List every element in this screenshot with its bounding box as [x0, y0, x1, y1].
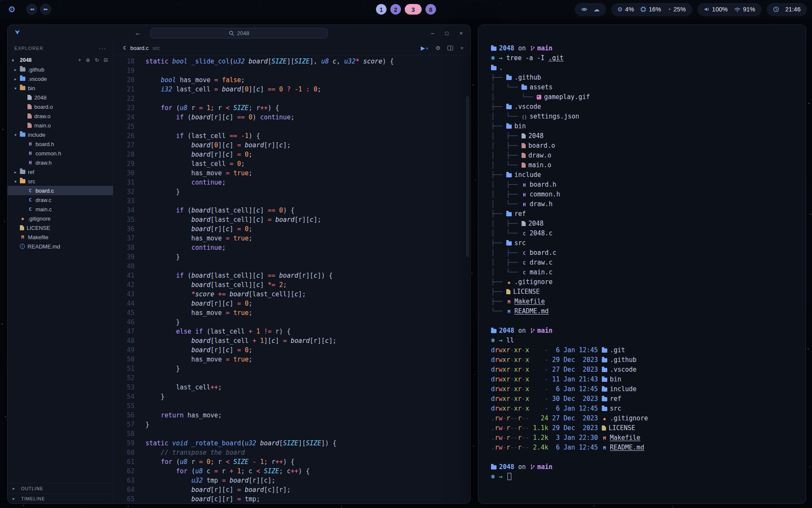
- command-line-1[interactable]: ❄ → ll: [491, 336, 799, 345]
- code-line-51[interactable]: 51 }: [113, 364, 470, 373]
- code-line-20[interactable]: 20 bool has_move = false;: [113, 75, 470, 85]
- explorer-item-bin[interactable]: ▾bin: [8, 83, 113, 93]
- explorer-item-common.h[interactable]: Hcommon.h: [8, 149, 113, 158]
- terminal-cursor[interactable]: [508, 473, 511, 480]
- launcher-button[interactable]: ⚙: [5, 3, 19, 16]
- media-next-button[interactable]: ▶▶: [40, 4, 51, 15]
- code-line-63[interactable]: 63 u32 tmp = board[r][c];: [113, 476, 470, 485]
- workspace-2[interactable]: 2: [390, 4, 401, 15]
- maximize-button[interactable]: □: [445, 30, 449, 36]
- explorer-item-include[interactable]: ▾include: [8, 130, 113, 139]
- code-line-29[interactable]: 29 last_cell = 0;: [113, 159, 470, 168]
- refresh-explorer-button[interactable]: ↻: [95, 57, 99, 63]
- code-line-46[interactable]: 46 }: [113, 318, 470, 327]
- code-line-38[interactable]: 38 continue;: [113, 243, 470, 252]
- code-line-53[interactable]: 53 last_cell++;: [113, 383, 470, 392]
- explorer-item-board.o[interactable]: board.o: [8, 102, 113, 111]
- new-folder-button[interactable]: ⊕: [86, 57, 90, 63]
- code-line-59[interactable]: 59static void _rotate_board(u32 board[SI…: [113, 439, 470, 448]
- code-line-41[interactable]: 41 if (board[last_cell][c] == board[r][c…: [113, 271, 470, 280]
- clock-widget[interactable]: 21:46: [767, 3, 807, 16]
- code-line-21[interactable]: 21 i32 last_cell = board[0][c] == 0 ? -1…: [113, 85, 470, 94]
- code-line-48[interactable]: 48 board[last_cell + 1][c] = board[r][c]…: [113, 336, 470, 345]
- terminal-body[interactable]: 2048 on main❄ → tree -a -I .git.├── .git…: [491, 44, 799, 482]
- explorer-item-README.md[interactable]: iREADME.md: [8, 242, 113, 251]
- code-line-60[interactable]: 60 // transpose the board: [113, 448, 470, 457]
- audio-network-widget[interactable]: 100% 91%: [697, 3, 762, 16]
- close-button[interactable]: ×: [459, 30, 463, 36]
- editor-scrollbar[interactable]: [466, 96, 469, 257]
- command-line-0[interactable]: ❄ → tree -a -I .git: [491, 53, 799, 63]
- explorer-root-folder[interactable]: ▾ 2048 + ⊕ ↻ ⊟: [8, 55, 113, 65]
- code-line-24[interactable]: 24 if (board[r][c] == 0) continue;: [113, 113, 470, 122]
- terminal-window[interactable]: 2048 on main❄ → tree -a -I .git.├── .git…: [478, 25, 806, 504]
- explorer-item-main.o[interactable]: main.o: [8, 121, 113, 130]
- code-line-57[interactable]: 57}: [113, 420, 470, 429]
- explorer-item-draw.c[interactable]: Cdraw.c: [8, 195, 113, 204]
- code-line-31[interactable]: 31 continue;: [113, 178, 470, 187]
- code-line-55[interactable]: 55: [113, 401, 470, 411]
- code-line-19[interactable]: 19: [113, 66, 470, 75]
- code-line-43[interactable]: 43 *score += board[last_cell][c];: [113, 290, 470, 299]
- explorer-item-Makefile[interactable]: MMakefile: [8, 232, 113, 242]
- editor-settings-button[interactable]: ⚙: [436, 45, 441, 51]
- code-line-45[interactable]: 45 has_move = true;: [113, 308, 470, 318]
- code-line-32[interactable]: 32 }: [113, 187, 470, 196]
- explorer-item-board.c[interactable]: Cboard.c: [8, 186, 113, 195]
- code-line-54[interactable]: 54 }: [113, 392, 470, 401]
- code-line-28[interactable]: 28 board[r][c] = 0;: [113, 150, 470, 159]
- code-line-58[interactable]: 58: [113, 429, 470, 439]
- code-line-61[interactable]: 61 for (u8 r = 0; r < SIZE - 1; r++) {: [113, 457, 470, 467]
- code-line-50[interactable]: 50 has_move = true;: [113, 355, 470, 364]
- code-line-33[interactable]: 33: [113, 196, 470, 206]
- code-line-64[interactable]: 64 board[r][c] = board[c][r];: [113, 485, 470, 494]
- code-line-34[interactable]: 34 if (board[last_cell][c] == 0) {: [113, 206, 470, 215]
- explorer-item-.vscode[interactable]: ▸.vscode: [8, 74, 113, 83]
- command-center-search[interactable]: 2048: [150, 28, 328, 39]
- explorer-item-main.c[interactable]: Cmain.c: [8, 204, 113, 214]
- timeline-section[interactable]: ▸ TIMELINE: [8, 493, 113, 503]
- collapse-folders-button[interactable]: ⊟: [104, 57, 108, 63]
- code-line-30[interactable]: 30 has_move = true;: [113, 168, 470, 178]
- system-stats-widget[interactable]: ⚙ 4% 16% ◔ 25%: [611, 3, 692, 16]
- code-line-36[interactable]: 36 board[r][c] = 0;: [113, 224, 470, 234]
- media-prev-button[interactable]: ◀◀: [26, 4, 37, 15]
- workspace-8[interactable]: 8: [425, 4, 436, 15]
- code-line-49[interactable]: 49 board[r][c] = 0;: [113, 345, 470, 355]
- explorer-item-src[interactable]: ▾src: [8, 177, 113, 186]
- explorer-item-LICENSE[interactable]: LICENSE: [8, 223, 113, 232]
- code-line-40[interactable]: 40: [113, 262, 470, 271]
- code-line-39[interactable]: 39 }: [113, 252, 470, 262]
- minimize-button[interactable]: –: [431, 30, 434, 36]
- explorer-more-actions-button[interactable]: ···: [99, 45, 106, 52]
- explorer-item-.github[interactable]: ▸.github: [8, 65, 113, 74]
- explorer-item-2048[interactable]: 2048: [8, 93, 113, 102]
- code-line-26[interactable]: 26 if (last_cell == -1) {: [113, 131, 470, 141]
- code-line-52[interactable]: 52: [113, 373, 470, 383]
- code-line-37[interactable]: 37 has_move = true;: [113, 234, 470, 243]
- code-line-25[interactable]: 25: [113, 122, 470, 131]
- close-editor-button[interactable]: ×: [460, 45, 464, 51]
- code-line-27[interactable]: 27 board[0][c] = board[r][c];: [113, 141, 470, 150]
- outline-section[interactable]: ▸ OUTLINE: [8, 483, 113, 493]
- explorer-item-.gitignore[interactable]: ◆.gitignore: [8, 214, 113, 223]
- code-line-62[interactable]: 62 for (u8 c = r + 1; c < SIZE; c++) {: [113, 467, 470, 476]
- code-line-65[interactable]: 65 board[c][r] = tmp;: [113, 494, 470, 503]
- code-line-56[interactable]: 56 return has_move;: [113, 411, 470, 420]
- explorer-item-draw.o[interactable]: draw.o: [8, 111, 113, 121]
- code-line-47[interactable]: 47 else if (last_cell + 1 != r) {: [113, 327, 470, 336]
- code-line-42[interactable]: 42 board[last_cell][c] *= 2;: [113, 280, 470, 290]
- code-line-22[interactable]: 22: [113, 94, 470, 103]
- tab-board.c[interactable]: C board.c src: [117, 41, 165, 55]
- code-line-44[interactable]: 44 board[r][c] = 0;: [113, 299, 470, 308]
- explorer-item-draw.h[interactable]: Hdraw.h: [8, 158, 113, 167]
- run-file-button[interactable]: ▶ ∨: [421, 45, 428, 51]
- navigate-back-button[interactable]: ←: [134, 29, 141, 37]
- code-line-23[interactable]: 23 for (u8 r = 1; r < SIZE; r++) {: [113, 103, 470, 113]
- workspace-1[interactable]: 1: [376, 4, 387, 15]
- split-editor-button[interactable]: [447, 46, 453, 50]
- code-editor[interactable]: 18static bool _slide_col(u32 board[SIZE]…: [113, 55, 470, 503]
- explorer-item-board.h[interactable]: Hboard.h: [8, 139, 113, 149]
- code-line-35[interactable]: 35 board[last_cell][c] = board[r][c];: [113, 215, 470, 224]
- new-file-button[interactable]: +: [78, 57, 81, 63]
